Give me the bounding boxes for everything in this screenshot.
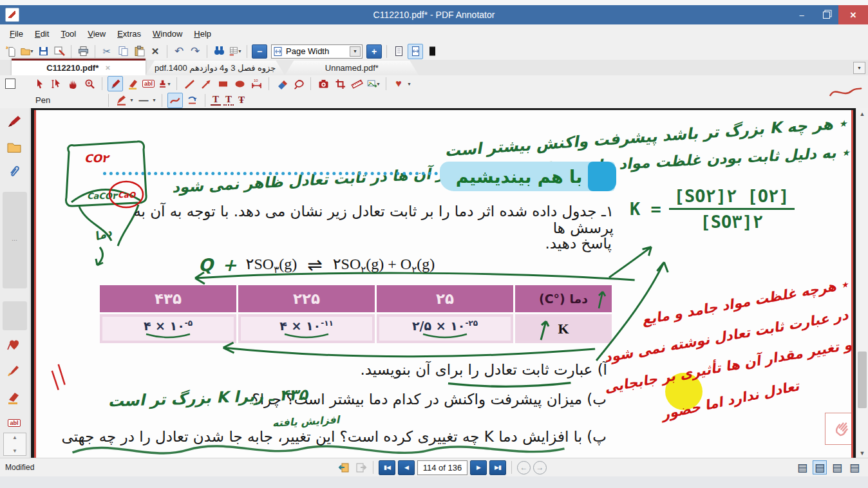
sidebar-scroll-down-icon[interactable]: ▼ [12, 448, 17, 454]
sidebar-scroll-up-icon[interactable]: ▲ [12, 435, 17, 440]
vertical-scrollbar[interactable]: ▲ ▼ [856, 108, 868, 458]
tab-c112210[interactable]: C112210.pdf* ✕ [12, 59, 146, 75]
text-underline-icon[interactable]: T [211, 95, 221, 106]
zoom-out-button[interactable]: − [252, 44, 267, 59]
zoom-in-button[interactable]: + [366, 44, 382, 59]
snapshot-tool-icon[interactable] [316, 77, 330, 91]
text-strikeout-icon[interactable]: Ŧ [236, 95, 247, 105]
text-select-tool-icon[interactable] [49, 77, 63, 91]
copy-icon[interactable] [116, 44, 130, 59]
select-tool-icon[interactable] [32, 77, 46, 91]
new-document-icon[interactable] [4, 44, 18, 59]
rectangle-tool-icon[interactable] [216, 77, 230, 91]
zoom-dropdown-icon[interactable]: ▼ [350, 46, 361, 57]
pen-tool-icon[interactable] [108, 76, 123, 91]
arrow-tool-icon[interactable] [199, 77, 213, 91]
sidebar-toggle-icon[interactable] [5, 79, 15, 89]
restore-button[interactable] [814, 5, 838, 24]
delete-icon[interactable]: ✕ [148, 44, 162, 59]
tab-close-icon[interactable]: ✕ [105, 64, 110, 71]
zoom-tool-icon[interactable] [82, 77, 97, 91]
stamp-dropdown-icon[interactable]: ▼ [167, 82, 171, 86]
print-icon[interactable] [76, 44, 90, 59]
favorites-heart-icon[interactable]: ♥ [392, 77, 406, 91]
ellipse-tool-icon[interactable] [232, 77, 247, 91]
lasso-tool-icon[interactable] [291, 77, 305, 91]
history-forward-button[interactable]: → [533, 461, 547, 474]
last-page-button[interactable]: ▶▮ [489, 460, 506, 475]
snap-grid-dropdown-icon[interactable]: ▼ [238, 49, 242, 53]
highlighter-tool-icon[interactable] [126, 77, 140, 91]
zoom-level-select[interactable]: Page Width ▼ [271, 44, 363, 59]
cut-icon[interactable]: ✂ [100, 44, 114, 59]
fit-page-icon[interactable] [392, 44, 406, 59]
next-page-button[interactable]: ▶ [470, 460, 487, 475]
pen-color-icon[interactable] [114, 93, 128, 108]
favorites-heart-tab-icon[interactable] [5, 335, 24, 354]
ruler-tool-icon[interactable] [350, 77, 364, 91]
previous-page-button[interactable]: ◀ [398, 460, 415, 475]
next-view-icon[interactable] [354, 460, 368, 474]
measure-tool-icon[interactable]: 10 [249, 77, 263, 91]
scrollbar-thumb[interactable] [858, 352, 867, 408]
open-dropdown-icon[interactable]: ▼ [30, 49, 34, 53]
menu-view[interactable]: View [82, 26, 111, 41]
line-width-dropdown-icon[interactable]: ▼ [152, 98, 156, 102]
insert-image-dropdown-icon[interactable]: ▼ [376, 82, 381, 86]
pen-color-dropdown-icon[interactable]: ▼ [129, 98, 134, 102]
scroll-up-icon[interactable]: ▲ [856, 108, 868, 119]
text-squiggle-icon[interactable]: T [223, 95, 234, 106]
snap-underline-icon[interactable] [185, 93, 200, 108]
line-tool-icon[interactable] [182, 77, 196, 91]
snap-grid-icon[interactable]: ▼ [228, 44, 242, 59]
line-width-icon[interactable]: — [137, 93, 151, 108]
tab-jozveh[interactable]: جزوه فصل 3 و4 دوازدهم 1400.pdf [146, 61, 285, 75]
bookmarks-pen-tab-icon[interactable] [5, 112, 24, 131]
menu-tool[interactable]: Tool [55, 26, 82, 41]
highlighter-settings-tab-icon[interactable] [5, 388, 24, 407]
fit-width-icon[interactable] [408, 44, 423, 59]
hand-pointer-widget[interactable] [825, 413, 856, 445]
eraser-tool-icon[interactable] [274, 77, 288, 91]
page-number-field[interactable]: 114 of 136 [417, 460, 467, 475]
full-page-icon[interactable] [425, 44, 439, 59]
book-layout-icon[interactable]: ▤ [847, 460, 862, 474]
insert-image-tool-icon[interactable]: ▼ [366, 77, 381, 91]
single-page-layout-icon[interactable]: ▤ [795, 460, 809, 474]
minimize-button[interactable]: – [789, 5, 814, 24]
scroll-down-icon[interactable]: ▼ [856, 447, 868, 458]
menu-edit[interactable]: Edit [29, 26, 55, 41]
close-button[interactable]: ✕ [838, 5, 868, 24]
attachments-clip-tab-icon[interactable] [5, 162, 24, 182]
favorites-dropdown-icon[interactable]: ▼ [407, 82, 411, 86]
history-back-button[interactable]: ← [517, 461, 531, 474]
text-box-tool-icon[interactable]: abl [142, 80, 155, 88]
tab-list-dropdown-icon[interactable]: ▼ [853, 62, 865, 74]
smooth-curve-icon[interactable] [167, 93, 183, 108]
menu-window[interactable]: Window [147, 26, 188, 41]
menu-file[interactable]: File [4, 26, 29, 41]
continuous-layout-icon[interactable]: ▤ [813, 460, 827, 474]
menu-help[interactable]: Help [188, 26, 217, 41]
paste-icon[interactable] [132, 44, 146, 59]
pen-settings-tab-icon[interactable] [5, 361, 24, 380]
save-as-icon[interactable] [52, 44, 66, 59]
facing-pages-layout-icon[interactable]: ▤ [830, 460, 844, 474]
pan-hand-tool-icon[interactable] [66, 77, 80, 91]
open-file-icon[interactable]: ▼ [20, 44, 34, 59]
tab-unnamed[interactable]: Unnamed.pdf* [285, 61, 419, 75]
redo-icon[interactable]: ↷ [188, 44, 202, 59]
save-icon[interactable] [36, 44, 50, 59]
stamp-tool-icon[interactable]: ▼ [157, 77, 171, 91]
sidebar-scroll-widget[interactable]: ▲ ▼ [3, 433, 26, 456]
undo-icon[interactable]: ↶ [172, 44, 186, 59]
previous-view-icon[interactable] [337, 460, 351, 474]
crop-tool-icon[interactable] [333, 77, 347, 91]
pages-folder-tab-icon[interactable] [5, 138, 24, 157]
textbox-settings-tab-icon[interactable]: abl [5, 413, 24, 433]
first-page-button[interactable]: ▮◀ [379, 460, 395, 475]
menu-extras[interactable]: Extras [111, 26, 147, 41]
document-page[interactable]: ٭ هر چه K بزرگ تر باشد پیشرفت واکنش بیشت… [31, 108, 856, 458]
sidebar-drag-handle-icon[interactable]: ⋯ [3, 237, 27, 243]
find-icon[interactable] [212, 44, 226, 59]
